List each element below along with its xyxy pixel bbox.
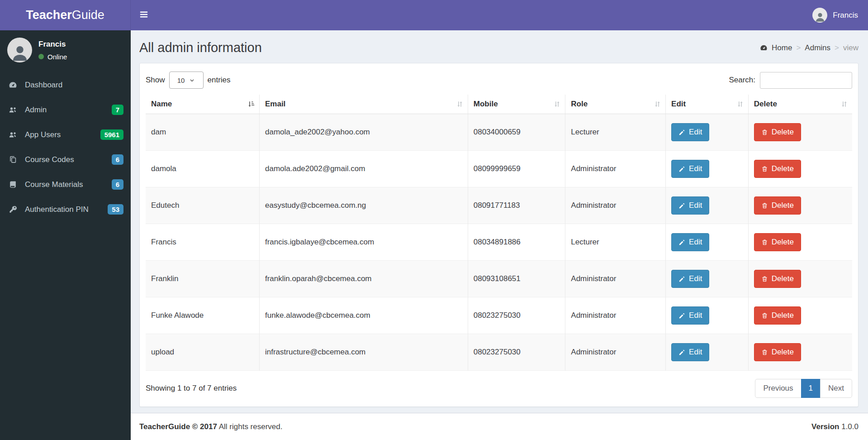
cell-role: Lecturer (565, 114, 666, 151)
sort-both-icon (654, 100, 661, 108)
sidebar-item-course-materials[interactable]: Course Materials 6 (0, 172, 131, 197)
cell-mobile: 08034000659 (468, 114, 565, 151)
pagination-page-1[interactable]: 1 (801, 379, 821, 398)
cell-name: damola (146, 151, 259, 187)
sidebar-item-app-users[interactable]: App Users 5961 (0, 122, 131, 147)
edit-button[interactable]: Edit (671, 123, 709, 141)
cell-email: funke.alawode@cbcemea.com (259, 297, 468, 334)
sidebar-item-authentication-pin[interactable]: Authentication PIN 53 (0, 197, 131, 222)
show-label: Show (146, 76, 165, 85)
pencil-icon (678, 276, 685, 282)
sort-both-icon (553, 100, 561, 108)
cell-name: Funke Alawode (146, 297, 259, 334)
delete-button[interactable]: Delete (754, 160, 801, 178)
breadcrumb-current: view (843, 43, 859, 53)
edit-button[interactable]: Edit (671, 306, 709, 325)
column-header-mobile[interactable]: Mobile (468, 95, 565, 114)
navbar-user-menu[interactable]: Francis (802, 0, 868, 30)
cell-role: Administrator (565, 261, 666, 297)
footer-version-value: 1.0.0 (841, 422, 859, 431)
footer-version: Version 1.0.0 (811, 422, 859, 431)
delete-button[interactable]: Delete (754, 233, 801, 251)
cell-mobile: 08099999659 (468, 151, 565, 187)
column-header-email[interactable]: Email (259, 95, 468, 114)
delete-button[interactable]: Delete (754, 306, 801, 325)
sidebar-menu: Dashboard Admin 7 App Users 5961 Course … (0, 72, 131, 222)
edit-button[interactable]: Edit (671, 233, 709, 251)
cell-mobile: 08023275030 (468, 297, 565, 334)
search-input[interactable] (760, 72, 852, 89)
cell-delete: Delete (748, 297, 852, 334)
sort-both-icon (840, 100, 848, 108)
cell-email: francis.igbalaye@cbcemea.com (259, 224, 468, 261)
column-header-role[interactable]: Role (565, 95, 666, 114)
sidebar-item-admin[interactable]: Admin 7 (0, 97, 131, 122)
cell-role: Administrator (565, 187, 666, 224)
admin-table-box: Show 10 entries Search: Name (139, 63, 859, 407)
breadcrumb: Home > Admins > view (760, 43, 859, 53)
cell-delete: Delete (748, 114, 852, 151)
brand-logo[interactable]: TeacherGuide (0, 0, 131, 30)
cell-delete: Delete (748, 261, 852, 297)
sidebar-item-label: Course Codes (25, 155, 74, 164)
breadcrumb-home-link[interactable]: Home (772, 43, 792, 53)
cell-role: Administrator (565, 297, 666, 334)
pagination-previous[interactable]: Previous (755, 379, 801, 398)
chevron-down-icon (189, 77, 195, 83)
cell-role: Lecturer (565, 224, 666, 261)
cell-email: damola_ade2002@yahoo.com (259, 114, 468, 151)
sort-both-icon (456, 100, 464, 108)
delete-button[interactable]: Delete (754, 343, 801, 361)
breadcrumb-admins-link[interactable]: Admins (805, 43, 830, 53)
delete-button[interactable]: Delete (754, 196, 801, 215)
sort-both-icon (736, 100, 744, 108)
sidebar-user-name: Francis (38, 40, 67, 49)
column-header-edit[interactable]: Edit (666, 95, 749, 114)
cell-email: franklin.oparah@cbcemea.com (259, 261, 468, 297)
edit-button[interactable]: Edit (671, 196, 709, 215)
online-status-icon (38, 54, 44, 59)
table-row: Funke Alawode funke.alawode@cbcemea.com … (146, 297, 852, 334)
breadcrumb-separator: > (835, 43, 839, 53)
sidebar-avatar (7, 38, 32, 62)
hamburger-icon (139, 10, 149, 21)
sidebar-item-dashboard[interactable]: Dashboard (0, 72, 131, 97)
delete-button[interactable]: Delete (754, 270, 801, 288)
pencil-icon (678, 202, 685, 209)
brand-light: Guide (72, 8, 104, 22)
edit-button[interactable]: Edit (671, 270, 709, 288)
edit-button[interactable]: Edit (671, 343, 709, 361)
column-header-name[interactable]: Name (146, 95, 259, 114)
delete-button[interactable]: Delete (754, 123, 801, 141)
sidebar-item-course-codes[interactable]: Course Codes 6 (0, 147, 131, 172)
cell-edit: Edit (666, 297, 749, 334)
search-control: Search: (729, 72, 852, 89)
page-size-select[interactable]: 10 (169, 72, 204, 89)
cell-edit: Edit (666, 334, 749, 371)
cell-name: dam (146, 114, 259, 151)
edit-button[interactable]: Edit (671, 160, 709, 178)
sidebar-item-icon (9, 81, 20, 89)
page-footer: TeacherGuide © 2017 All rights reserved.… (131, 413, 868, 440)
footer-version-label: Version (811, 422, 839, 431)
table-row: damola damola.ade2002@gmail.com 08099999… (146, 151, 852, 187)
cell-mobile: 08091771183 (468, 187, 565, 224)
sidebar-item-icon (9, 105, 20, 114)
sidebar-toggle-button[interactable] (131, 0, 157, 30)
cell-name: Franklin (146, 261, 259, 297)
pagination: Previous 1 Next (755, 379, 852, 398)
admin-table: Name Email Mobile Role Edit Delete dam d… (146, 95, 852, 371)
cell-delete: Delete (748, 224, 852, 261)
sidebar-item-badge: 6 (112, 179, 123, 190)
cell-role: Administrator (565, 334, 666, 371)
table-row: Edutech easystudy@cbcemea.com.ng 0809177… (146, 187, 852, 224)
trash-icon (761, 129, 768, 136)
cell-email: easystudy@cbcemea.com.ng (259, 187, 468, 224)
cell-email: damola.ade2002@gmail.com (259, 151, 468, 187)
column-header-delete[interactable]: Delete (748, 95, 852, 114)
trash-icon (761, 312, 768, 319)
top-navbar: Francis (131, 0, 868, 30)
admin-table-body: dam damola_ade2002@yahoo.com 08034000659… (146, 114, 852, 371)
cell-mobile: 08034891886 (468, 224, 565, 261)
pagination-next[interactable]: Next (820, 379, 852, 398)
